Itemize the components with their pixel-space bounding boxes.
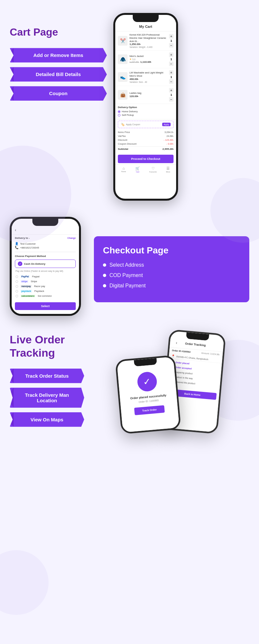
feature-dot-2 (103, 274, 106, 277)
nav-more[interactable]: ☰ More (166, 166, 170, 173)
coupon-icon: 🏷️ (121, 123, 125, 126)
coupon-btn-ribbon[interactable]: Coupon (10, 86, 107, 101)
track-order-status-btn[interactable]: Track Order Status (10, 369, 84, 383)
checkout-info-title: Checkout Page (103, 245, 240, 256)
subtotal-label: Subtotal (118, 148, 128, 151)
razorpay-label: Razor pay (34, 285, 45, 288)
stripe-radio[interactable] (16, 280, 18, 283)
coupon-discount-row: Coupon Discount - 0.00৳ (118, 142, 174, 146)
qty-minus-4[interactable]: − (169, 97, 174, 102)
timeline-text-3: Preparing product (175, 371, 193, 375)
ssl-label: Ssl commerz (38, 294, 51, 297)
qty-plus-1[interactable]: + (169, 34, 174, 39)
qty-num-1: 1 (170, 39, 172, 42)
paystack-radio[interactable] (16, 290, 18, 293)
qty-minus-1[interactable]: − (169, 43, 174, 48)
razorpay-option[interactable]: razorpay Razor pay (15, 284, 76, 289)
nav-cart[interactable]: 🛒 Cart (135, 166, 140, 173)
ssl-radio[interactable] (16, 295, 18, 297)
items-price-label: Items Price (118, 131, 130, 134)
checkout-feature-2-label: COD Payment (109, 272, 143, 278)
delivery-option-label: Delivery Option (118, 106, 174, 109)
tracking-left-panel: Live OrderTracking Track Order Status Tr… (10, 333, 84, 431)
detailed-bill-btn[interactable]: Detailed Bill Details (10, 67, 107, 82)
coupon-apply-btn[interactable]: Apply (162, 123, 171, 126)
qty-plus-4[interactable]: + (169, 88, 174, 93)
cart-item-3-name: LM Washable and Light-Weight Men's Shoe (130, 71, 167, 78)
paystack-label: Paystack (34, 290, 44, 293)
stripe-option[interactable]: stripe Stripe (15, 279, 76, 284)
nav-cart-label: Cart (136, 171, 139, 173)
more-icon: ☰ (166, 166, 170, 171)
checkout-feature-3: Digital Payment (103, 283, 240, 289)
cart-item-1-variation: Variation: Weight - 0.400 (130, 46, 167, 48)
location-pin-icon: 📍 (171, 354, 175, 358)
qty-num-3: 1 (170, 75, 172, 79)
checkout-feature-1-label: Select Address (109, 262, 144, 268)
customer-phone-row: 📞 +8801621720045 (15, 246, 76, 249)
qty-plus-3[interactable]: + (169, 70, 174, 75)
nav-home[interactable]: ⌂ Home (121, 166, 126, 173)
stripe-logo: stripe (20, 280, 28, 283)
cod-check-icon: ✓ (18, 261, 22, 266)
add-remove-items-btn[interactable]: Add or Remove Items (10, 48, 107, 62)
nav-favourite[interactable]: ♡ Favourite (149, 166, 157, 173)
home-delivery-option[interactable]: Home Delivery (118, 110, 174, 113)
cart-item-3-price: 490.00৳ (130, 78, 167, 81)
cart-item-2: 🧥 Men's Jacket ★ 5.0 1,234.00৳ 1,110.60৳… (115, 50, 176, 68)
phone-notch (133, 15, 159, 22)
coupon-discount-val: - 0.00৳ (166, 142, 174, 146)
tracking-phone-1: ✓ Order placed successfully Order ID: 11… (115, 355, 181, 434)
cart-page-title: Cart Page (10, 26, 107, 38)
nav-favourite-label: Favourite (149, 171, 157, 173)
customer-person-icon: 👤 (15, 242, 18, 245)
payment-method-title: Choose Payment Method (15, 255, 76, 258)
customer-phone-icon: 📞 (15, 246, 18, 249)
cart-icon: 🛒 (135, 166, 140, 171)
paypal-option[interactable]: PayPal Paypal (15, 274, 76, 279)
self-pickup-radio[interactable] (118, 114, 120, 117)
cart-item-2-rating: 5.0 (132, 58, 135, 61)
qty-minus-2[interactable]: − (169, 61, 174, 66)
customer-info: 👤 Test Customer 📞 +8801621720045 (12, 241, 79, 252)
paystack-logo: paystack (20, 290, 32, 293)
select-payment-btn[interactable]: Select (15, 302, 76, 310)
cart-item-2-price: 1,110.60৳ (140, 61, 151, 64)
checkout-button[interactable]: Proceed to Checkout (118, 155, 174, 163)
paypal-logo: PayPal (20, 275, 30, 278)
cart-item-2-qty: + 1 − (169, 52, 174, 66)
tracking-phones-area: ✓ Order placed successfully Order ID: 11… (91, 332, 249, 432)
razorpay-radio[interactable] (16, 285, 18, 288)
cart-item-4-qty: + 1 − (169, 88, 174, 102)
discount-row: Discount - 123.40৳ (118, 139, 174, 142)
tracking-page-title: Live OrderTracking (10, 333, 84, 360)
tracking-back-arrow[interactable]: ‹ (176, 340, 177, 345)
cart-item-2-img: 🧥 (118, 54, 128, 64)
cart-item-4: 👜 Ladies bag 120.00৳ + 1 − (115, 86, 176, 104)
discount-val: - 123.40৳ (163, 139, 174, 142)
coupon-input[interactable]: Apply Coupon (126, 123, 161, 126)
cart-phone-screen: My Cart ✂️ Kemei KM-329 Professional Ele… (115, 22, 176, 174)
cart-item-3-qty: + 1 − (169, 70, 174, 84)
cart-phone-mockup: My Cart ✂️ Kemei KM-329 Professional Ele… (113, 13, 178, 201)
view-on-maps-btn[interactable]: View On Maps (10, 412, 84, 427)
cod-option[interactable]: ✓ Cash On Delivery (15, 260, 76, 268)
track-delivery-man-btn[interactable]: Track Delivery Man Location (10, 388, 84, 408)
nav-more-label: More (166, 171, 170, 173)
cart-item-1: ✂️ Kemei KM-329 Professional Electric Ha… (115, 31, 176, 50)
qty-minus-3[interactable]: − (169, 79, 174, 84)
success-check-symbol: ✓ (143, 376, 151, 387)
paypal-radio[interactable] (16, 275, 18, 278)
vat-row: Vat/Tax 24.68৳ (118, 135, 174, 138)
track-order-button[interactable]: Track Order (134, 405, 165, 415)
feature-dot-3 (103, 284, 106, 287)
change-btn[interactable]: Change (67, 237, 76, 239)
paystack-option[interactable]: paystack Paystack (15, 289, 76, 294)
qty-plus-2[interactable]: + (169, 52, 174, 57)
order-success-screen: ✓ Order placed successfully Order ID: 11… (117, 363, 179, 432)
cod-label: Cash On Delivery (24, 262, 45, 265)
ssl-option[interactable]: sslcommerz Ssl commerz (15, 294, 76, 298)
nav-home-label: Home (121, 171, 126, 172)
self-pickup-option[interactable]: Self Pickup (118, 114, 174, 117)
home-delivery-radio[interactable] (118, 110, 120, 113)
